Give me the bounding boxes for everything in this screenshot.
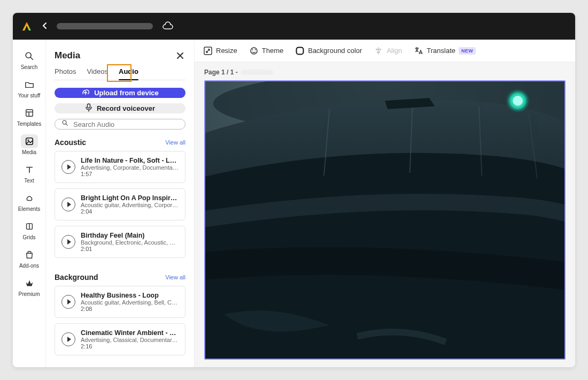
- media-panel: Media Photos Videos Audio Upload from de…: [46, 40, 195, 367]
- left-sidebar: Search Your stuff Templates Media Text E…: [13, 40, 46, 367]
- sidebar-item-your-stuff[interactable]: Your stuff: [15, 74, 44, 101]
- theme-label: Theme: [262, 47, 283, 55]
- sidebar-label: Your stuff: [18, 93, 41, 98]
- section-title: Acoustic: [55, 138, 86, 147]
- sidebar-item-elements[interactable]: Elements: [15, 188, 44, 214]
- mic-icon: [85, 103, 92, 113]
- svg-point-15: [254, 49, 256, 50]
- app-logo[interactable]: [20, 20, 33, 33]
- page-indicator: Page 1 / 1 -: [204, 69, 238, 76]
- page-title-placeholder[interactable]: [241, 70, 273, 75]
- canvas-area: Resize Theme Background color Align Tran…: [195, 40, 575, 367]
- audio-track[interactable]: Healthy Business - Loop Acoustic guitar,…: [55, 286, 185, 318]
- grids-icon: [25, 222, 34, 231]
- sidebar-label: Media: [22, 149, 36, 155]
- tab-audio[interactable]: Audio: [119, 67, 138, 80]
- track-duration: 2:04: [81, 208, 179, 215]
- media-tabs: Photos Videos Audio: [55, 67, 185, 80]
- sidebar-label: Search: [21, 64, 38, 70]
- track-duration: 1:57: [81, 171, 179, 177]
- upload-icon: [81, 88, 90, 98]
- play-icon: [67, 239, 71, 245]
- audio-track[interactable]: Bright Light On A Pop Inspiratio… Acoust…: [55, 188, 185, 221]
- sidebar-item-addons[interactable]: Add-ons: [15, 245, 44, 271]
- sidebar-label: Text: [24, 178, 34, 184]
- tab-videos[interactable]: Videos: [87, 67, 108, 80]
- sidebar-item-templates[interactable]: Templates: [15, 103, 44, 129]
- document-title-placeholder[interactable]: [57, 23, 153, 29]
- svg-point-13: [251, 48, 257, 54]
- cloud-sync-icon[interactable]: [163, 21, 173, 32]
- view-all-link[interactable]: View all: [165, 139, 185, 146]
- translate-icon: [414, 46, 423, 56]
- resize-tool[interactable]: Resize: [203, 46, 237, 56]
- resize-icon: [203, 46, 213, 56]
- track-title: Healthy Business - Loop: [81, 292, 179, 299]
- topbar: [13, 13, 575, 40]
- align-icon: [374, 46, 383, 56]
- record-voiceover-button[interactable]: Record voiceover: [55, 103, 185, 113]
- sidebar-label: Elements: [18, 206, 41, 212]
- sidebar-label: Grids: [23, 234, 36, 240]
- svg-point-27: [513, 96, 523, 106]
- tab-photos[interactable]: Photos: [55, 67, 76, 80]
- audio-track[interactable]: Cinematic Winter Ambient - Loop Advertis…: [55, 323, 185, 355]
- section-title: Background: [55, 273, 98, 282]
- addons-icon: [25, 250, 34, 260]
- svg-point-6: [27, 139, 29, 141]
- svg-line-11: [66, 124, 67, 125]
- translate-tool[interactable]: Translate NEW: [414, 46, 476, 56]
- play-button[interactable]: [61, 160, 75, 174]
- track-title: Life In Nature - Folk, Soft - Loop: [81, 157, 179, 164]
- sidebar-item-grids[interactable]: Grids: [15, 216, 44, 242]
- upload-from-device-button[interactable]: Upload from device: [55, 88, 185, 98]
- track-duration: 2:08: [81, 306, 179, 312]
- canvas-frame[interactable]: [204, 80, 566, 360]
- track-tags: Advertising, Classical, Documentary, Dr…: [81, 337, 179, 343]
- text-icon: [25, 165, 34, 174]
- play-button[interactable]: [61, 332, 75, 346]
- folder-icon: [25, 80, 34, 89]
- play-button[interactable]: [61, 235, 75, 249]
- track-tags: Advertising, Corporate, Documentary, D…: [81, 164, 179, 171]
- play-button[interactable]: [61, 197, 75, 211]
- theme-tool[interactable]: Theme: [249, 46, 283, 56]
- sidebar-label: Templates: [17, 121, 42, 127]
- page-indicator-row: Page 1 / 1 -: [195, 62, 575, 80]
- sidebar-item-text[interactable]: Text: [15, 159, 44, 186]
- background-color-tool[interactable]: Background color: [295, 46, 362, 56]
- background-color-icon: [295, 46, 305, 56]
- svg-rect-9: [87, 104, 90, 108]
- svg-rect-19: [377, 51, 380, 53]
- track-title: Cinematic Winter Ambient - Loop: [81, 329, 179, 337]
- premium-icon: [25, 278, 34, 288]
- section-acoustic: Acoustic View all Life In Nature - Folk,…: [55, 138, 185, 263]
- track-tags: Background, Electronic, Acoustic, Folk, …: [81, 239, 179, 246]
- search-audio-field[interactable]: [55, 119, 185, 130]
- align-label: Align: [386, 47, 402, 55]
- svg-line-1: [30, 57, 33, 60]
- close-panel-button[interactable]: [175, 50, 185, 61]
- new-badge: NEW: [459, 47, 476, 55]
- back-button[interactable]: [40, 19, 50, 33]
- svg-rect-18: [376, 49, 381, 50]
- view-all-link[interactable]: View all: [165, 274, 185, 280]
- sidebar-item-media[interactable]: Media: [15, 131, 44, 157]
- play-icon: [67, 337, 71, 342]
- sidebar-item-premium[interactable]: Premium: [15, 273, 44, 299]
- theme-icon: [249, 46, 259, 56]
- record-button-label: Record voiceover: [97, 104, 155, 112]
- app-frame: Search Your stuff Templates Media Text E…: [13, 13, 575, 367]
- media-icon: [25, 136, 34, 146]
- background-color-label: Background color: [308, 47, 362, 55]
- audio-track[interactable]: Life In Nature - Folk, Soft - Loop Adver…: [55, 151, 185, 183]
- track-title: Birthday Feel (Main): [81, 232, 179, 239]
- canvas-image: [205, 81, 564, 359]
- svg-rect-16: [297, 47, 304, 54]
- search-audio-input[interactable]: [73, 120, 179, 128]
- audio-track[interactable]: Birthday Feel (Main) Background, Electro…: [55, 226, 185, 258]
- sidebar-item-search[interactable]: Search: [15, 46, 44, 72]
- search-icon: [61, 119, 69, 129]
- play-button[interactable]: [61, 295, 75, 309]
- align-tool: Align: [374, 46, 402, 56]
